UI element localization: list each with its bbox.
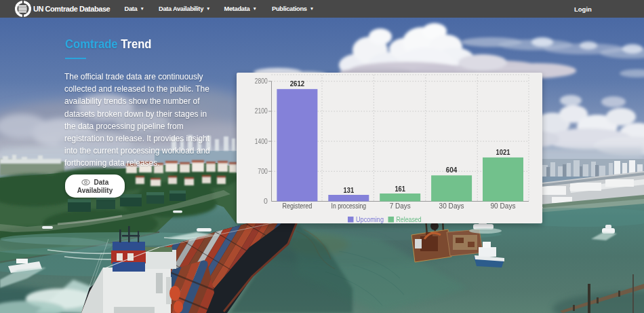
svg-text:Upcoming: Upcoming: [356, 215, 384, 223]
svg-text:2800: 2800: [255, 77, 268, 85]
svg-text:In processing: In processing: [331, 202, 367, 210]
svg-text:7 Days: 7 Days: [390, 202, 411, 210]
svg-text:90 Days: 90 Days: [491, 202, 516, 210]
svg-text:2612: 2612: [290, 79, 305, 88]
svg-text:1400: 1400: [255, 137, 268, 145]
svg-text:0: 0: [264, 197, 268, 205]
svg-text:604: 604: [446, 166, 458, 174]
svg-text:131: 131: [344, 186, 355, 194]
svg-text:161: 161: [395, 185, 405, 193]
svg-text:1021: 1021: [496, 148, 510, 156]
svg-text:30 Days: 30 Days: [439, 202, 464, 210]
svg-text:2100: 2100: [255, 107, 268, 115]
svg-text:Released: Released: [397, 215, 422, 223]
svg-text:Registered: Registered: [282, 202, 312, 210]
svg-text:700: 700: [258, 167, 268, 175]
